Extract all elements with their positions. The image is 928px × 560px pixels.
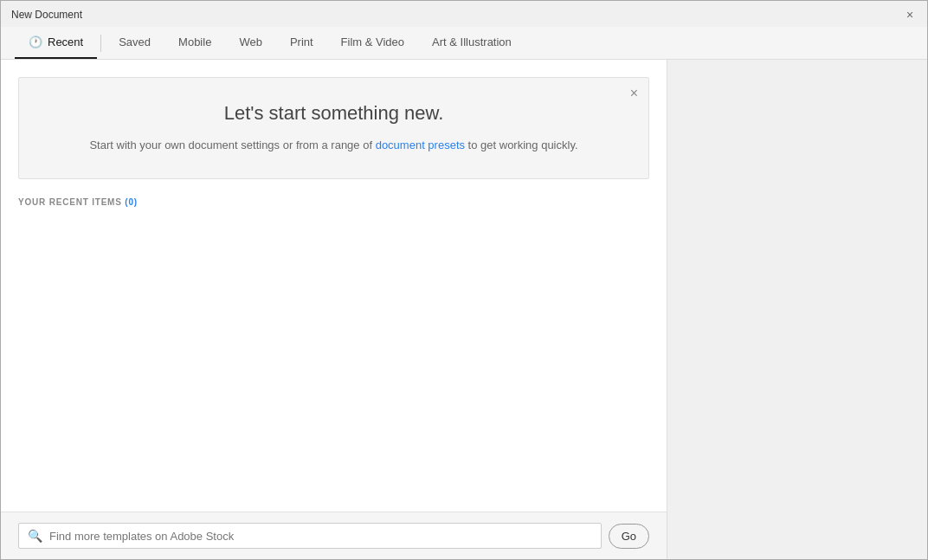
recent-section: YOUR RECENT ITEMS (0) [1, 179, 667, 216]
tab-film-video[interactable]: Film & Video [327, 27, 418, 59]
dialog-title: New Document [11, 9, 82, 21]
search-wrapper: 🔍 [18, 523, 602, 549]
recent-count: (0) [125, 197, 138, 207]
tab-print[interactable]: Print [276, 27, 327, 59]
recent-label: YOUR RECENT ITEMS (0) [18, 197, 138, 207]
tab-saved[interactable]: Saved [105, 27, 164, 59]
recent-items-area [1, 216, 667, 512]
title-bar: New Document × [1, 1, 927, 27]
tab-saved-label: Saved [119, 35, 151, 48]
tab-film-video-label: Film & Video [341, 35, 404, 48]
dialog-close-button[interactable]: × [903, 8, 917, 22]
search-icon: 🔍 [28, 529, 42, 543]
banner-close-button[interactable]: × [630, 87, 638, 100]
welcome-banner: × Let's start something new. Start with … [18, 77, 649, 179]
tab-divider [100, 35, 101, 52]
banner-text-part1: Start with your own document settings or… [89, 138, 375, 151]
recent-icon: 🕐 [29, 35, 42, 48]
search-footer: 🔍 Go [1, 512, 667, 559]
left-panel: × Let's start something new. Start with … [1, 60, 667, 559]
tab-web[interactable]: Web [225, 27, 276, 59]
banner-text-part2: to get working quickly. [465, 138, 578, 151]
main-content: × Let's start something new. Start with … [1, 60, 927, 559]
tab-web-label: Web [239, 35, 262, 48]
tabs-bar: 🕐 Recent Saved Mobile Web Print Film & V… [1, 27, 927, 60]
tab-recent[interactable]: 🕐 Recent [15, 27, 97, 59]
search-input[interactable] [49, 530, 592, 543]
tab-mobile-label: Mobile [178, 35, 211, 48]
new-document-dialog: New Document × 🕐 Recent Saved Mobile Web… [0, 0, 928, 560]
tab-recent-label: Recent [48, 35, 83, 48]
right-panel [667, 60, 927, 559]
tab-art-illustration[interactable]: Art & Illustration [418, 27, 525, 59]
recent-label-text: YOUR RECENT ITEMS [18, 197, 122, 207]
tab-art-illustration-label: Art & Illustration [432, 35, 512, 48]
banner-title: Let's start something new. [54, 102, 614, 125]
tab-mobile[interactable]: Mobile [164, 27, 225, 59]
banner-body: Start with your own document settings or… [54, 137, 614, 154]
document-presets-link[interactable]: document presets [376, 138, 465, 151]
tab-print-label: Print [290, 35, 313, 48]
go-button[interactable]: Go [609, 524, 649, 549]
